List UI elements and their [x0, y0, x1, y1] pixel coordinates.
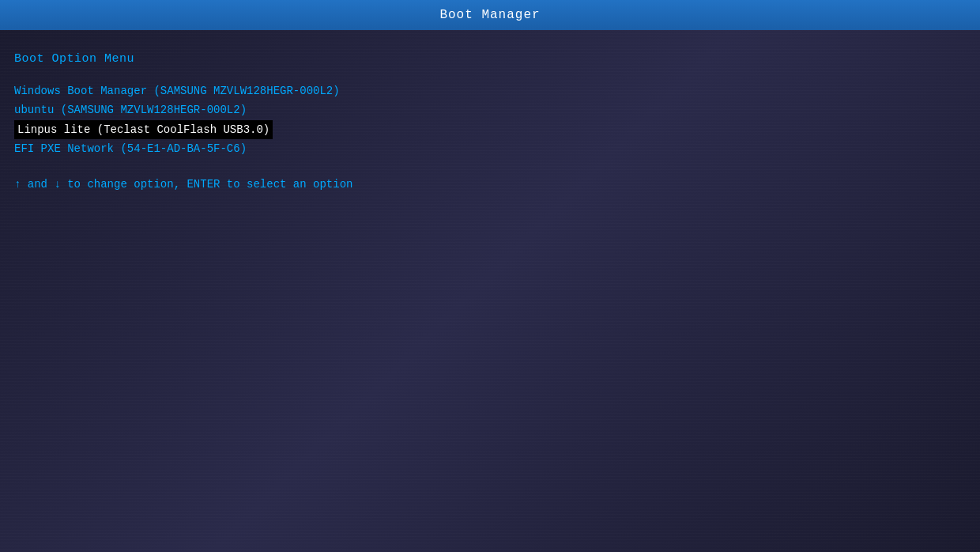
boot-options-list: Windows Boot Manager (SAMSUNG MZVLW128HE… — [14, 81, 966, 159]
bios-screen: Boot Manager Boot Option Menu Windows Bo… — [0, 0, 980, 552]
boot-option-item[interactable]: Linpus lite (Teclast CoolFlash USB3.0) — [14, 120, 273, 139]
boot-option-item[interactable]: Windows Boot Manager (SAMSUNG MZVLW128HE… — [14, 81, 966, 100]
boot-option-item[interactable]: ubuntu (SAMSUNG MZVLW128HEGR-000L2) — [14, 100, 966, 119]
main-content: Boot Option Menu Windows Boot Manager (S… — [0, 30, 980, 206]
hint-text: ↑ and ↓ to change option, ENTER to selec… — [14, 178, 966, 191]
boot-option-item[interactable]: EFI PXE Network (54-E1-AD-BA-5F-C6) — [14, 139, 966, 158]
section-title: Boot Option Menu — [14, 52, 966, 66]
title-bar-text: Boot Manager — [439, 8, 540, 22]
hint-text-content: ↑ and ↓ to change option, ENTER to selec… — [14, 178, 352, 191]
title-bar: Boot Manager — [0, 0, 980, 30]
